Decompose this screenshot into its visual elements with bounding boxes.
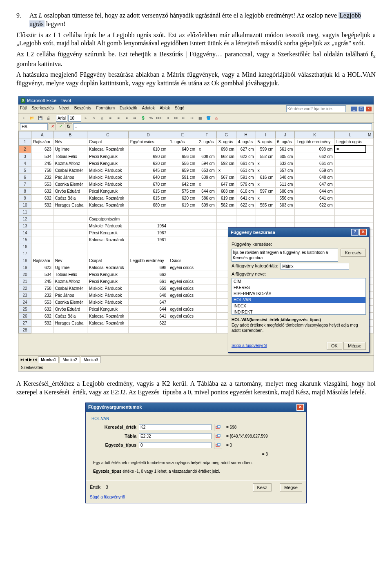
align-left-icon[interactable]: ≡ xyxy=(107,114,114,122)
cell[interactable]: 647 cm xyxy=(295,181,334,188)
cell[interactable]: Csabai Kázmér xyxy=(53,285,87,292)
cell[interactable] xyxy=(87,243,128,250)
formula-input[interactable]: = xyxy=(73,123,372,130)
cell[interactable]: 553 xyxy=(31,181,53,188)
cell[interactable]: 599 cm xyxy=(256,145,275,153)
cell[interactable]: 698 cm xyxy=(216,145,236,153)
cell[interactable]: 552 cm xyxy=(256,153,275,160)
cell[interactable]: Kozma Alfonz xyxy=(53,278,87,285)
function-list[interactable]: CÍMFKERESHIPERHIVATKOZÁSHOL.VANINDEXINDI… xyxy=(232,278,366,315)
borders-icon[interactable]: ▦ xyxy=(196,114,204,122)
cell[interactable] xyxy=(128,327,168,334)
cell[interactable]: Kalocsai Rozmárok xyxy=(87,236,128,243)
cell[interactable]: 640 cm xyxy=(168,145,197,153)
cell[interactable]: egyéni csúcs xyxy=(168,306,197,313)
cell[interactable] xyxy=(31,243,53,250)
cell[interactable]: 592 cm xyxy=(216,160,236,167)
percent-icon[interactable]: % xyxy=(147,114,155,122)
cell[interactable]: 653 cm xyxy=(197,167,217,174)
cell[interactable] xyxy=(256,209,275,216)
cell[interactable]: 644 xyxy=(128,306,168,313)
cell[interactable]: 632 xyxy=(31,195,53,202)
cell[interactable] xyxy=(128,209,168,216)
cell[interactable]: Csősz Béla xyxy=(53,313,87,320)
cell[interactable] xyxy=(366,195,373,202)
cell[interactable]: 1. ugrás xyxy=(168,138,197,146)
cell[interactable]: 656 cm xyxy=(168,153,197,160)
row-header[interactable]: 18 xyxy=(19,257,31,264)
argdlg-close-button[interactable]: ✕ xyxy=(296,404,304,411)
cell[interactable]: 758 xyxy=(31,167,53,174)
row-header[interactable]: 12 xyxy=(19,216,31,222)
cell[interactable] xyxy=(197,299,217,306)
cell[interactable] xyxy=(197,327,217,334)
fx-button[interactable]: fx xyxy=(65,123,72,130)
currency-icon[interactable]: 💲 xyxy=(139,114,147,122)
cell[interactable]: Miskolci Párducok xyxy=(87,174,128,181)
cell[interactable]: 2. ugrás xyxy=(197,138,217,146)
row-header[interactable]: 6 xyxy=(19,174,31,181)
cell[interactable] xyxy=(197,229,217,236)
cell[interactable] xyxy=(53,229,87,236)
function-list-item[interactable]: HIPERHIVATKOZÁS xyxy=(232,291,365,297)
cell[interactable]: Pécsi Kenguruk xyxy=(87,306,128,313)
row-header[interactable]: 11 xyxy=(19,209,31,216)
argdlg-ok-button[interactable]: Kész xyxy=(253,483,272,492)
cell[interactable]: 579 cm xyxy=(236,181,256,188)
cell[interactable]: Ug Imre xyxy=(53,264,87,271)
fontsize-combo[interactable]: 10 xyxy=(68,115,81,122)
cell[interactable]: 642 cm xyxy=(168,181,197,188)
cell[interactable]: 645 cm xyxy=(128,167,168,174)
cell[interactable]: Örvös Eduárd xyxy=(53,306,87,313)
row-header[interactable]: 5 xyxy=(19,167,31,174)
ok-button[interactable]: OK xyxy=(327,342,342,350)
row-header[interactable]: 22 xyxy=(19,285,31,292)
cell[interactable] xyxy=(197,313,217,320)
cell[interactable]: 567 cm xyxy=(216,174,236,181)
cell[interactable]: Miskolci Párducok xyxy=(87,167,128,174)
cell[interactable]: 661 xyxy=(128,278,168,285)
cell[interactable]: Ug Imre xyxy=(53,145,87,153)
cell[interactable]: 615 cm xyxy=(128,195,168,202)
dialog-help-button[interactable]: ? xyxy=(351,229,359,236)
row-header[interactable]: 15 xyxy=(19,236,31,243)
menu-window[interactable]: Ablak xyxy=(160,105,170,112)
cell[interactable]: 632 xyxy=(31,313,53,320)
cell[interactable] xyxy=(334,167,366,174)
cell[interactable] xyxy=(53,327,87,334)
cell[interactable]: egyéni csúcs xyxy=(168,285,197,292)
cell[interactable]: 641 cm xyxy=(236,195,256,202)
cell[interactable] xyxy=(128,250,168,257)
cell[interactable]: Miskolci Párducok xyxy=(87,285,128,292)
cell[interactable] xyxy=(168,320,197,327)
cell[interactable]: 591 cm xyxy=(236,174,256,181)
cell[interactable] xyxy=(53,243,87,250)
function-list-item[interactable]: FKERES xyxy=(232,285,365,291)
cell[interactable]: 622 cm xyxy=(236,153,256,160)
cell[interactable]: Kalocsai Rozmárok xyxy=(87,145,128,153)
cell[interactable]: 661 cm xyxy=(295,160,334,167)
cell[interactable]: 582 cm xyxy=(216,202,236,209)
cell[interactable] xyxy=(334,188,366,195)
cell[interactable] xyxy=(366,145,373,153)
menu-tools[interactable]: Eszközök xyxy=(120,105,137,112)
category-combo[interactable]: Mátrix xyxy=(281,263,349,270)
cell[interactable] xyxy=(366,216,373,222)
cell[interactable]: 661 cm xyxy=(236,160,256,167)
col-header[interactable]: B xyxy=(53,131,87,138)
cell[interactable]: 622 xyxy=(128,320,168,327)
row-header[interactable]: 14 xyxy=(19,229,31,236)
cell[interactable]: 661 cm xyxy=(275,145,295,153)
cell[interactable]: x xyxy=(256,181,275,188)
cell[interactable]: 680 cm xyxy=(128,202,168,209)
cell[interactable]: Kalocsai Rozmárok xyxy=(87,202,128,209)
cell[interactable]: 610 cm xyxy=(236,188,256,195)
cell[interactable]: 670 cm xyxy=(128,181,168,188)
cell[interactable]: 534 xyxy=(31,153,53,160)
cell[interactable]: Csabai Kázmér xyxy=(53,167,87,174)
tab-munka2[interactable]: Munka2 xyxy=(60,356,80,363)
fn-help-link[interactable]: Súgó a függvényről xyxy=(232,343,267,348)
cell[interactable]: 232 xyxy=(31,174,53,181)
cell[interactable]: Pécsi Kenguruk xyxy=(87,153,128,160)
cell[interactable]: Csonka Elemér xyxy=(53,181,87,188)
